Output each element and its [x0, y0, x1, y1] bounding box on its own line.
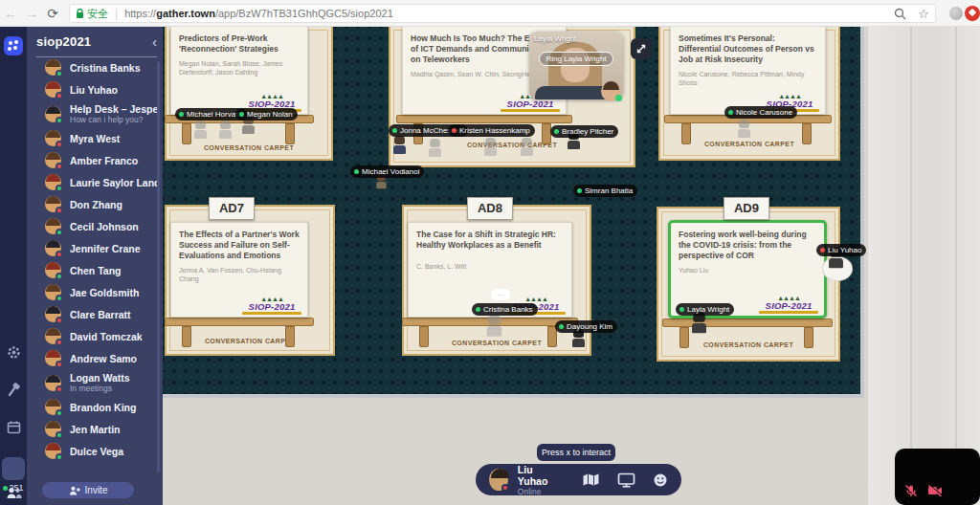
easel	[396, 115, 572, 123]
self-avatar[interactable]	[489, 469, 508, 491]
secure-indicator: 安全	[76, 7, 108, 21]
back-button[interactable]: ←	[0, 0, 21, 27]
emote-smiley-icon[interactable]	[653, 472, 668, 488]
participant-name: Chen Tang	[70, 265, 121, 276]
calendar-icon[interactable]	[0, 420, 27, 438]
participant-row[interactable]: Dulce Vega	[45, 443, 157, 459]
player-character	[737, 120, 751, 139]
status-dot	[392, 128, 397, 133]
participant-row[interactable]: Jennifer Crane	[45, 240, 157, 256]
participant-row[interactable]: Andrew Samo	[45, 350, 157, 366]
status-dot	[452, 128, 457, 133]
sign-ad8: AD8	[467, 197, 513, 220]
mic-off-icon[interactable]	[904, 484, 918, 497]
scrollbar[interactable]	[157, 61, 160, 472]
status-dot	[179, 112, 184, 117]
player-name-label: Kristen Hassenkamp	[448, 124, 535, 137]
player-character	[486, 315, 503, 338]
reload-button[interactable]: ⟳	[42, 0, 63, 27]
address-bar[interactable]: 安全 | https://gather.town/app/BzW7hTB31Gh…	[69, 4, 936, 23]
poster-title: Predictors of Pre-Work 'Reconnection' St…	[179, 33, 300, 55]
avatar	[45, 130, 61, 146]
url-text: https://gather.town/app/BzW7hTB31GhhQGC5…	[124, 8, 393, 19]
participant-row[interactable]: Chen Tang	[45, 262, 157, 278]
participant-name: Laurie Saylor Landis	[70, 177, 157, 188]
participant-name: Liu Yuhao	[70, 84, 118, 96]
status-dot	[56, 70, 63, 77]
poster-authors: Nicole Carusone, Rebecca Pittman, Mindy …	[679, 70, 817, 87]
bookmark-star-icon[interactable]: ☆	[918, 8, 929, 20]
status-dot	[56, 273, 63, 280]
participant-name: Cristina Banks	[70, 62, 141, 74]
collapse-sidebar-icon[interactable]: ‹	[152, 37, 157, 47]
participant-row[interactable]: Cristina Banks	[45, 59, 157, 76]
participant-name: Jennifer Crane	[70, 243, 141, 254]
participant-name: Dulce Vega	[70, 446, 123, 457]
screenshare-icon[interactable]	[617, 472, 635, 488]
status-dot	[56, 295, 63, 302]
carpet-label: CONVERSATION CARPET	[167, 338, 333, 344]
self-video-tile[interactable]	[895, 449, 980, 505]
player-name-label: Megan Nolan	[235, 108, 298, 121]
search-icon[interactable]	[894, 8, 906, 20]
status-dot	[679, 307, 684, 312]
participant-row[interactable]: Laurie Saylor Landis	[45, 174, 157, 190]
settings-gear-icon[interactable]	[0, 345, 27, 363]
participant-row[interactable]: Cecil Johnson	[45, 218, 157, 234]
gather-logo-icon[interactable]	[4, 36, 23, 55]
participant-row[interactable]: Liu Yuhao	[45, 81, 157, 98]
participant-row[interactable]: Jae Goldsmith	[45, 284, 157, 300]
minimap-icon[interactable]	[582, 472, 600, 487]
participant-row[interactable]: Clare Barratt	[45, 306, 157, 322]
siop-logo: ▲▲▲▲SIOP-2021	[759, 296, 818, 315]
easel	[662, 318, 833, 327]
build-hammer-icon[interactable]	[0, 383, 27, 401]
invite-button[interactable]: Invite	[42, 482, 134, 498]
control-bar: Liu Yuhao Online	[476, 464, 681, 495]
extension-icon[interactable]	[949, 7, 963, 20]
poster-title: Fostering work well-being during the COV…	[679, 230, 816, 261]
sign-ad7: AD7	[209, 197, 255, 220]
status-dot	[56, 339, 63, 346]
player-name-label: Dayoung Kim	[555, 320, 617, 333]
avatar	[45, 218, 61, 234]
status-dot	[56, 207, 63, 214]
forward-button[interactable]: →	[21, 0, 42, 27]
avatar	[45, 174, 61, 190]
status-dot	[354, 169, 359, 174]
extension-red-icon[interactable]	[965, 6, 980, 21]
divider: |	[115, 7, 118, 20]
avatar	[45, 106, 61, 122]
participant-row[interactable]: Amber Franco	[45, 152, 157, 168]
participant-row[interactable]: Help Desk – Jesper How can i help you?	[45, 103, 157, 124]
status-dot	[56, 229, 63, 236]
ring-button[interactable]: Ring Layla Wright	[539, 52, 613, 66]
participant-row[interactable]: Myra West	[45, 130, 157, 146]
status-dot	[56, 185, 63, 192]
lock-icon	[76, 9, 84, 19]
browser-toolbar: ← → ⟳ 安全 | https://gather.town/app/BzW7h…	[0, 0, 980, 27]
poster-board[interactable]: Sometimes It's Personal: Differential Ou…	[670, 27, 826, 115]
avatar	[45, 421, 61, 437]
participant-subtitle: How can i help you?	[70, 115, 157, 124]
expand-video-button[interactable]	[631, 38, 652, 59]
participant-row[interactable]: Logan Watts In meetings	[45, 372, 157, 393]
participants-panel-button[interactable]	[2, 457, 25, 480]
participant-row[interactable]: Brandon King	[45, 399, 157, 415]
poster-board-ad7[interactable]: The Effects of a Partner's Work Success …	[170, 222, 308, 318]
participant-row[interactable]: David Tomczak	[45, 328, 157, 344]
easel	[165, 318, 314, 326]
camera-off-icon[interactable]	[927, 484, 943, 497]
status-dot	[239, 112, 244, 117]
player-character	[483, 138, 498, 157]
player-character	[218, 121, 233, 140]
avatar	[45, 375, 61, 391]
poster-board[interactable]: Predictors of Pre-Work 'Reconnection' St…	[170, 27, 308, 115]
self-status: Online	[518, 487, 559, 496]
poster-authors: Jenna A. Van Fossen, Chu-Hsiang Chang	[179, 266, 300, 283]
participant-row[interactable]: Don Zhang	[45, 196, 157, 212]
participant-row[interactable]: Jen Martin	[45, 421, 157, 437]
status-dot	[559, 324, 564, 329]
player-name-label: Cristina Banks	[472, 303, 538, 316]
expand-arrows-icon	[635, 43, 647, 55]
